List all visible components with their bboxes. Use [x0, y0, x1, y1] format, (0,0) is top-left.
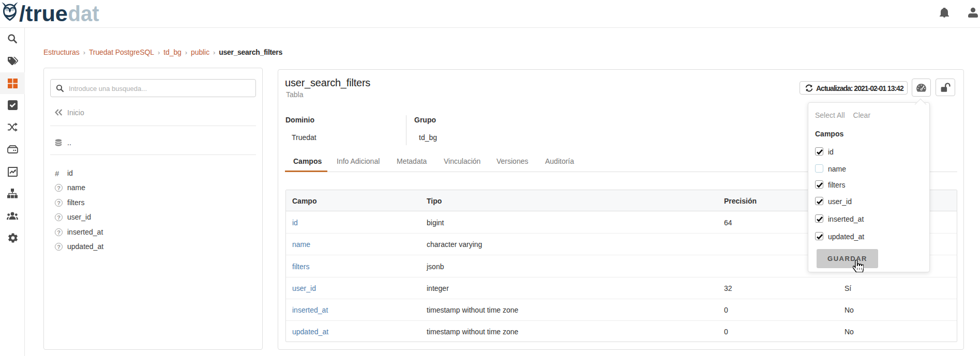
- svg-text:/true: /true: [19, 2, 68, 25]
- svg-text:dat: dat: [68, 2, 99, 25]
